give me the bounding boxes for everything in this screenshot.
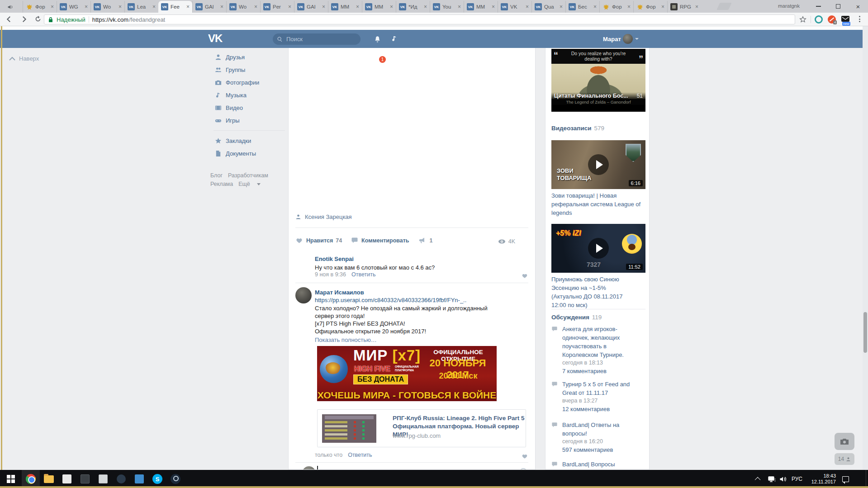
footer-link-developers[interactable]: Разработчикам (228, 172, 268, 179)
window-maximize-button[interactable] (828, 0, 848, 13)
search-input[interactable] (285, 35, 349, 43)
footer-link-blog[interactable]: Блог (210, 172, 223, 179)
discussion-item[interactable]: BardLand| Вопросы чемпионам! (551, 460, 645, 470)
vk-logo[interactable]: VK (208, 32, 222, 45)
tab-close-icon[interactable]: × (85, 4, 88, 9)
language-indicator[interactable]: РУС (792, 470, 802, 488)
browser-tab[interactable]: Фор × (633, 1, 667, 13)
tab-close-icon[interactable]: × (627, 4, 631, 9)
security-label[interactable]: Надежный (57, 16, 85, 23)
header-avatar[interactable] (623, 34, 633, 44)
taskbar-clock[interactable]: 18:4312.11.2017 (808, 470, 836, 488)
action-center-icon[interactable] (842, 470, 849, 488)
tab-close-icon[interactable]: × (458, 4, 461, 9)
search-box[interactable] (273, 33, 360, 45)
tab-close-icon[interactable]: × (492, 4, 495, 9)
comment-like-heart-icon[interactable] (522, 273, 528, 279)
forward-button-icon[interactable] (20, 15, 28, 23)
browser-tab[interactable]: VK WG × (57, 1, 90, 13)
back-to-top-link[interactable]: Наверх (9, 55, 39, 62)
sidebar-item-video[interactable]: Видео (215, 102, 243, 113)
browser-tab-active[interactable]: VK Fee × (158, 1, 192, 13)
new-tab-button[interactable] (716, 3, 731, 10)
video-thumbnail[interactable]: +5% IZI 7327 11:52 (551, 224, 645, 273)
tab-close-icon[interactable]: × (119, 4, 122, 9)
start-button[interactable] (2, 470, 20, 488)
video-caption[interactable]: Зови товарища! | Новая реферальная систе… (551, 191, 642, 217)
browser-tab[interactable]: VK Qua × (531, 1, 565, 13)
url-path[interactable]: /feedandgreat (129, 16, 165, 23)
discussions-header-label[interactable]: Обсуждения (551, 314, 589, 321)
comment-author[interactable]: Enotik Senpai (315, 256, 354, 262)
taskbar-pinned-app-icon[interactable] (58, 470, 76, 488)
sidebar-item-groups[interactable]: Группы (215, 64, 245, 75)
tab-close-icon[interactable]: × (186, 4, 190, 9)
window-close-button[interactable]: × (848, 0, 868, 13)
teal-drop-extension-icon[interactable] (815, 15, 823, 24)
tab-close-icon[interactable]: × (661, 4, 664, 9)
refresh-button-icon[interactable] (34, 15, 42, 23)
sidebar-item-friends[interactable]: Друзья (215, 52, 245, 62)
sidebar-item-music[interactable]: Музыка (215, 90, 247, 100)
link-preview-domain[interactable]: www.rpg-club.com (393, 432, 441, 439)
browser-tab[interactable]: VK Бес × (565, 1, 599, 13)
discussion-comments-count[interactable]: 12 комментариев (562, 406, 637, 412)
footer-link-more[interactable]: Ещё (238, 181, 250, 187)
comment-like-heart-icon[interactable] (522, 453, 528, 459)
browser-tab[interactable]: VK Per × (260, 1, 294, 13)
taskbar-pinned-app-icon[interactable] (76, 470, 94, 488)
taskbar-file-explorer-icon[interactable] (40, 470, 58, 488)
discussion-title[interactable]: Анкета для игроков-одиночек, желающих по… (562, 325, 637, 359)
like-heart-icon[interactable] (295, 237, 303, 244)
taskbar-skype-icon[interactable]: S (148, 470, 166, 488)
discussion-item[interactable]: Турнир 5 х 5 от Feed and Great от 11.11.… (551, 380, 645, 412)
browser-tab[interactable]: VK Wo × (90, 1, 124, 13)
sidebar-item-documents[interactable]: Документы (215, 148, 256, 159)
taskbar-show-hidden-icons[interactable] (756, 470, 760, 488)
share-megaphone-icon[interactable] (418, 237, 426, 244)
comment-date[interactable]: только что (315, 452, 342, 458)
online-users-counter[interactable]: 14 (835, 453, 854, 465)
notifications-bell-icon[interactable] (374, 35, 381, 43)
discussion-comments-count[interactable]: 597 комментариев (562, 446, 637, 453)
taskbar-steam-icon[interactable] (166, 470, 185, 488)
taskbar-pinned-app-icon[interactable] (112, 470, 130, 488)
tab-close-icon[interactable]: × (593, 4, 597, 9)
footer-link-ads[interactable]: Реклама (210, 181, 233, 187)
discussion-comments-count[interactable]: 7 комментариев (562, 368, 637, 374)
like-button[interactable]: Нравится (306, 237, 333, 244)
taskbar-pinned-app-icon[interactable] (94, 470, 112, 488)
tab-close-icon[interactable]: × (526, 4, 529, 9)
header-user-name[interactable]: Марат (603, 36, 621, 43)
tab-close-icon[interactable]: × (695, 4, 698, 9)
screenshot-camera-button[interactable] (835, 433, 854, 450)
show-more-link[interactable]: Показать полностью… (315, 336, 377, 344)
comment-button[interactable]: Комментировать (361, 237, 409, 244)
server-banner-image[interactable]: МИР [x7] HIGH FIVE ОФИЦИАЛЬНАЯ ПЛАТФОРМА… (317, 346, 497, 401)
browser-tab[interactable]: VK You × (430, 1, 464, 13)
window-minimize-button[interactable] (808, 0, 828, 13)
taskbar-chrome-icon[interactable] (22, 470, 40, 488)
tab-close-icon[interactable]: × (424, 4, 427, 9)
page-scrollbar[interactable] (863, 26, 868, 470)
tab-close-icon[interactable]: × (254, 4, 257, 9)
url-host[interactable]: https://vk.com (92, 16, 128, 23)
play-button-icon[interactable] (588, 238, 609, 259)
comment-link[interactable]: https://pp.userapi.com/c840332/v84033236… (315, 297, 466, 303)
browser-profile-name[interactable]: maratgnk (778, 3, 800, 9)
taskbar-pinned-app-icon[interactable] (130, 470, 148, 488)
tab-close-icon[interactable]: × (560, 4, 563, 9)
discussion-title[interactable]: Турнир 5 х 5 от Feed and Great от 11.11.… (562, 380, 637, 397)
discussion-item[interactable]: Анкета для игроков-одиночек, желающих по… (551, 325, 645, 374)
browser-tab[interactable]: VK *Ид × (396, 1, 430, 13)
tab-close-icon[interactable]: × (220, 4, 223, 9)
discussion-item[interactable]: BardLand| Ответы на вопросы! сегодня в 1… (551, 421, 645, 453)
videos-section-header[interactable]: Видеозаписи 579 (551, 125, 604, 132)
comment-bubble-icon[interactable] (351, 237, 358, 244)
browser-tab[interactable]: Фор × (23, 1, 57, 13)
scrollbar-thumb[interactable] (863, 312, 867, 353)
mail-extension-icon[interactable] (841, 16, 849, 22)
browser-tab[interactable]: Фор × (599, 1, 633, 13)
browser-tab[interactable]: VK MM × (362, 1, 396, 13)
comment-date[interactable]: 9 ноя в 9:36 (315, 271, 346, 278)
